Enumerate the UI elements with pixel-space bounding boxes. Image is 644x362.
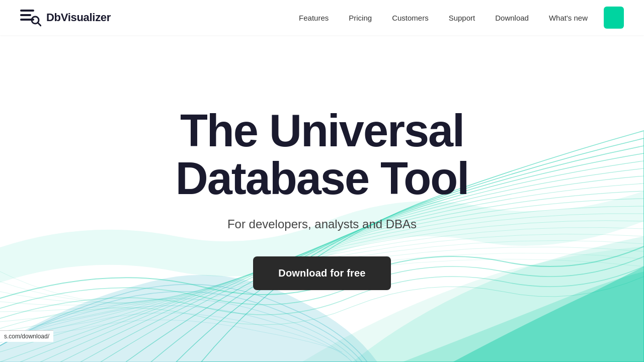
hero-title-line2: Database Tool — [176, 153, 468, 204]
nav-download[interactable]: Download — [487, 10, 537, 26]
hero-subtitle: For developers, analysts and DBAs — [227, 217, 417, 231]
hero-title-line1: The Universal — [180, 106, 464, 156]
logo[interactable]: DbVisualizer — [20, 8, 111, 27]
url-status-bar: s.com/download/ — [0, 330, 53, 342]
site-header: DbVisualizer Features Pricing Customers … — [0, 0, 644, 35]
logo-icon — [20, 8, 41, 27]
nav-customers[interactable]: Customers — [384, 10, 437, 26]
hero-title: The Universal Database Tool — [176, 107, 468, 202]
main-nav: Features Pricing Customers Support Downl… — [291, 7, 624, 29]
nav-support[interactable]: Support — [441, 10, 484, 26]
svg-line-4 — [38, 23, 41, 26]
download-cta-button[interactable]: Download for free — [253, 256, 390, 290]
svg-rect-1 — [20, 14, 31, 16]
nav-pricing[interactable]: Pricing — [341, 10, 380, 26]
nav-cta-button[interactable] — [604, 7, 624, 29]
svg-rect-0 — [20, 10, 34, 12]
url-text: s.com/download/ — [4, 333, 49, 340]
hero-content: The Universal Database Tool For develope… — [176, 107, 468, 290]
logo-text: DbVisualizer — [46, 11, 111, 24]
nav-whats-new[interactable]: What's new — [541, 10, 596, 26]
nav-features[interactable]: Features — [291, 10, 337, 26]
hero-section: The Universal Database Tool For develope… — [0, 0, 644, 362]
